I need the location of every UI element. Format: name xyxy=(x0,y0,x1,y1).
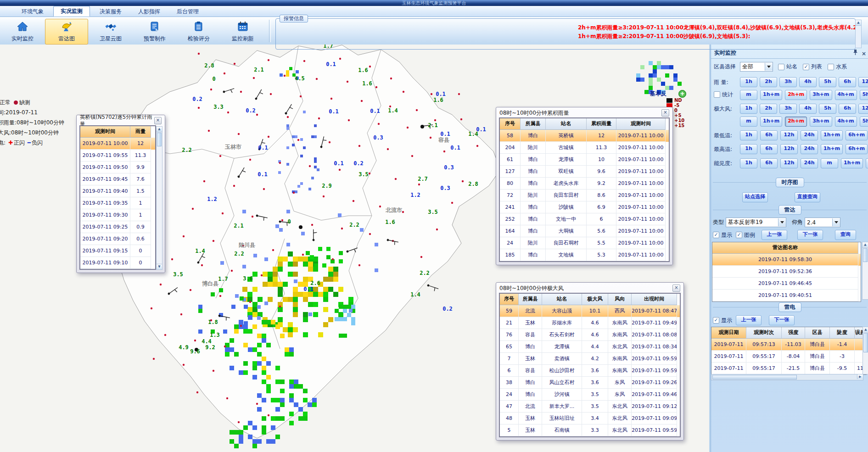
table-row[interactable]: 5玉林石南镇3.3东北风2019-07-11 09:59 xyxy=(500,424,680,436)
checkbox-lightning-show[interactable]: ✓显示 xyxy=(713,317,732,324)
range-button-2h[interactable]: 2h xyxy=(760,77,777,87)
table-row[interactable]: 38博白凤山立石村3.6东风2019-07-11 09:26 xyxy=(500,377,680,389)
range-button-1h+m[interactable]: 1h+m xyxy=(821,130,843,140)
table-row[interactable]: 2019-07-11 10:0012 xyxy=(80,138,155,150)
column-header[interactable]: 陡度 xyxy=(830,327,855,339)
range-button-3h[interactable]: 3h xyxy=(779,104,797,114)
table-row[interactable]: 2019-07-11 09:401.5 xyxy=(80,185,155,197)
radar-image-list[interactable]: 雷达图名称2019-07-11 09:58:302019-07-11 09:52… xyxy=(712,242,861,302)
alarm-scrollbar[interactable]: ▲ xyxy=(855,20,862,48)
checkbox-statistics[interactable]: 统计 xyxy=(714,91,733,99)
scroll-up-icon[interactable]: ▲ xyxy=(863,327,868,333)
range-button-2h+m[interactable]: 2h+m xyxy=(785,117,807,127)
column-header[interactable]: 观测时间 xyxy=(80,126,130,138)
range-button-1h+m[interactable]: 1h+m xyxy=(841,158,863,168)
lightning-table[interactable]: 观测日期观测时次强度区县陡度误差2019-07-1109:57:13-11.03… xyxy=(711,327,867,375)
column-header[interactable]: 序号 xyxy=(500,294,519,305)
radar-list-scrollbar[interactable]: ▲ xyxy=(862,242,868,300)
chevron-down-icon[interactable] xyxy=(765,63,773,71)
panel-max-wind[interactable]: 08时~10时00分钟极大风 × 序号所属县站名极大风风向出现时间59北流大容山… xyxy=(496,282,684,441)
radar-query-button[interactable]: 查询 xyxy=(835,230,856,240)
chevron-down-icon[interactable] xyxy=(778,218,786,226)
panel-area-rain[interactable]: 08时~10时00分钟累积雨量 × 序号所属县站名累积雨量观测时间58博白英桥镇… xyxy=(496,107,673,265)
direct-query-button[interactable]: 直接查询 xyxy=(795,192,820,202)
range-button-2h+m[interactable]: 2h+m xyxy=(785,90,807,100)
table-row[interactable]: 6容县松山沙田村3.6东南风2019-07-11 09:59 xyxy=(500,365,680,377)
scroll-thumb[interactable] xyxy=(863,248,868,262)
range-button-3h+m[interactable]: 3h+m xyxy=(810,117,832,127)
column-header[interactable]: 风向 xyxy=(608,294,632,305)
range-button-1h[interactable]: 1h xyxy=(740,130,757,140)
table-row[interactable]: 24陆川良田石垌村5.52019-07-11 10:00 xyxy=(500,237,669,249)
column-header[interactable]: 所属县 xyxy=(521,118,546,130)
radar-elev-select[interactable]: 2.4 xyxy=(805,218,840,227)
panel-station-rain[interactable]: 英桥镇(N5702)逐5分钟累计雨量 × 观测时间雨量2019-07-11 10… xyxy=(76,115,165,273)
menu-tab-人影指挥[interactable]: 人影指挥 xyxy=(131,7,167,17)
close-icon[interactable]: × xyxy=(154,117,162,124)
table-row[interactable]: 59北流大容山顶10.1西风2019-07-11 08:47 xyxy=(500,305,680,317)
menu-tab-实况监测[interactable]: 实况监测 xyxy=(53,6,90,17)
range-button-12h[interactable]: 12h xyxy=(858,104,868,114)
chevron-down-icon[interactable] xyxy=(832,218,840,226)
range-button-12h[interactable]: 12h xyxy=(780,158,798,168)
station-rain-table[interactable]: 观测时间雨量2019-07-11 10:00122019-07-11 09:55… xyxy=(79,125,156,270)
range-button-1h[interactable]: 1h xyxy=(740,104,757,114)
range-button-5h+m[interactable]: 5h+m xyxy=(860,90,868,100)
table-row[interactable]: 2019-07-11 09:509.9 xyxy=(80,162,155,173)
column-header[interactable]: 出现时间 xyxy=(632,294,677,305)
range-button-3h+m[interactable]: 3h+m xyxy=(810,90,832,100)
column-header[interactable]: 所属县 xyxy=(519,294,542,305)
checkbox-icon[interactable] xyxy=(828,64,834,70)
column-header[interactable]: 雷达图名称 xyxy=(712,242,858,254)
table-row[interactable]: 2019-07-11 09:457.6 xyxy=(80,173,155,185)
range-button-1h[interactable]: 1h xyxy=(740,144,757,154)
range-button-4h+m[interactable]: 4h+m xyxy=(835,90,857,100)
checkbox-icon[interactable]: ✓ xyxy=(713,317,719,324)
table-row[interactable]: 164博白大垌镇5.62019-07-11 10:00 xyxy=(500,225,669,237)
max-wind-table[interactable]: 序号所属县站名极大风风向出现时间59北流大容山顶10.1西风2019-07-11… xyxy=(499,293,681,437)
column-header[interactable]: 站名 xyxy=(546,118,587,130)
range-button-5h[interactable]: 5h xyxy=(819,77,836,87)
range-button-1h+m[interactable]: 1h+m xyxy=(821,144,843,154)
scroll-up-icon[interactable]: ▲ xyxy=(856,20,861,26)
toolbar-button-预警制作[interactable]: 预警制作 xyxy=(133,19,176,45)
table-row[interactable]: 61博白龙潭镇102019-07-11 10:00 xyxy=(500,154,669,166)
toolbar-button-雷达图[interactable]: 雷达图 xyxy=(45,19,88,45)
scroll-thumb[interactable] xyxy=(712,375,797,379)
menu-tab-决策服务[interactable]: 决策服务 xyxy=(93,7,129,17)
lightning-next-button[interactable]: 下一张 xyxy=(769,315,795,325)
table-row[interactable]: 241博白沙陂镇6.92019-07-11 10:00 xyxy=(500,201,669,213)
checkbox-icon[interactable] xyxy=(714,91,720,98)
radar-type-select[interactable]: 基本反射率19 xyxy=(726,218,786,227)
range-button-m[interactable]: m xyxy=(821,158,838,168)
table-row[interactable]: 2019-07-11 09:301 xyxy=(80,209,155,221)
range-button-2h[interactable]: 2h xyxy=(760,104,777,114)
table-row[interactable]: 48玉林玉林站旧址3.4东北风2019-07-11 09:09 xyxy=(500,413,680,424)
range-button-6h+m[interactable]: 6h+m xyxy=(846,130,868,140)
range-button-24h[interactable]: 24h xyxy=(801,144,818,154)
menu-tab-环境气象[interactable]: 环境气象 xyxy=(15,7,50,17)
range-button-6h[interactable]: 6h xyxy=(760,130,778,140)
checkbox-icon[interactable]: ✓ xyxy=(713,232,719,238)
column-header[interactable]: 观测日期 xyxy=(711,327,746,339)
table-row[interactable]: 58博白英桥镇122019-07-11 10:00 xyxy=(500,130,669,142)
range-button-6h[interactable]: 6h xyxy=(839,104,856,114)
toolbar-button-实时监控[interactable]: 实时监控 xyxy=(1,19,44,45)
radar-prev-button[interactable]: 上一张 xyxy=(762,230,787,240)
table-row[interactable]: 2019-07-11 09:46:45 xyxy=(712,278,861,290)
table-row[interactable]: 21玉林苏烟水库4.6东南风2019-07-11 09:49 xyxy=(500,317,680,329)
checkbox-list[interactable]: ✓列表 xyxy=(803,63,822,71)
toolbar-button-卫星云图[interactable]: 卫星云图 xyxy=(89,19,132,45)
table-row[interactable]: 2019-07-11 09:150 xyxy=(80,245,155,257)
table-row[interactable]: 2019-07-1109:55:17-21.5博白县-9.511 xyxy=(711,363,866,374)
range-button-4h+m[interactable]: 4h+m xyxy=(835,117,857,127)
table-row[interactable]: 185博白文地镇5.32019-07-11 10:00 xyxy=(500,249,669,261)
table-row[interactable]: 2019-07-11 09:40:51 xyxy=(712,290,861,301)
scroll-down-icon[interactable]: ▼ xyxy=(157,264,162,269)
table-row[interactable]: 2019-07-1109:57:13-11.03博白县-1.4 xyxy=(711,339,866,351)
column-header[interactable]: 极大风 xyxy=(582,294,608,305)
range-button-3h[interactable]: 3h xyxy=(779,77,797,87)
collapse-icon[interactable]: × xyxy=(862,49,866,58)
radar-next-button[interactable]: 下一张 xyxy=(797,230,823,240)
column-header[interactable]: 观测时间 xyxy=(616,118,666,130)
